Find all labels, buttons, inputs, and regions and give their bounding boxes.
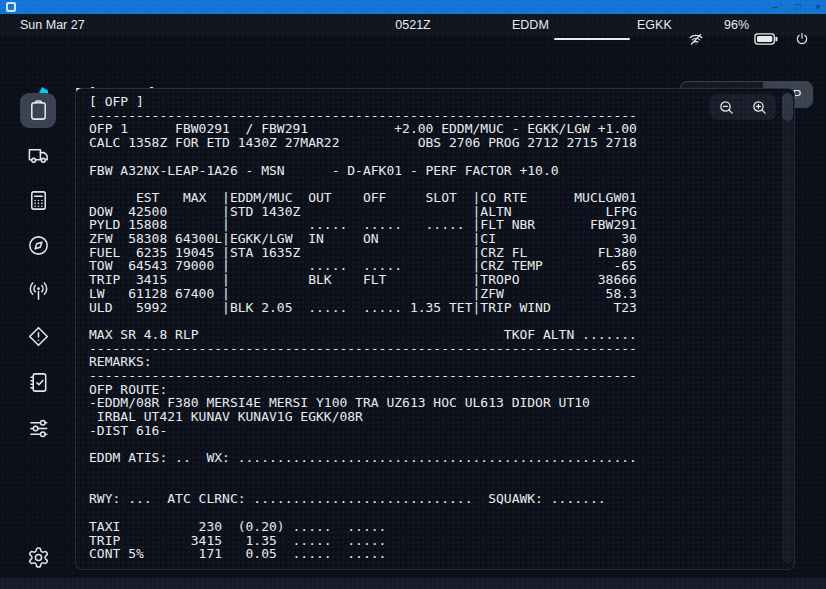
magnifier-minus-icon (718, 99, 735, 116)
alert-diamond-icon (27, 325, 50, 348)
ofp-document-panel: [ OFP ] --------------------------------… (75, 88, 795, 570)
status-bar: Sun Mar 27 0521Z EDDM EGKK 96% (0, 14, 826, 36)
app-header: Dispatch Overview OFP (0, 36, 826, 84)
status-utc-time: 0521Z (395, 14, 430, 36)
zoom-out-button[interactable] (716, 96, 738, 118)
scrollbar-thumb[interactable] (782, 93, 793, 121)
clipboard-icon (27, 99, 50, 122)
calculator-icon (27, 189, 50, 212)
antenna-icon (27, 280, 50, 303)
sidebar-item-failures[interactable] (20, 319, 56, 354)
window-minimize-button[interactable]: – (766, 0, 784, 14)
bottom-strip (0, 578, 826, 589)
window-maximize-button[interactable]: □ (789, 0, 807, 14)
gear-icon (27, 546, 50, 569)
battery-percent: 96% (724, 14, 749, 36)
flight-origin: EDDM (512, 14, 549, 36)
magnifier-plus-icon (751, 99, 768, 116)
ofp-text: [ OFP ] --------------------------------… (89, 95, 637, 561)
sliders-icon (27, 416, 50, 439)
window-close-button[interactable]: × (809, 0, 826, 14)
flight-destination: EGKK (637, 14, 672, 36)
status-date: Sun Mar 27 (20, 14, 85, 36)
os-titlebar: – □ × (0, 0, 826, 14)
sidebar-item-presets[interactable] (20, 410, 56, 445)
app-window-icon (6, 2, 16, 12)
sidebar-item-checklists[interactable] (20, 365, 56, 400)
sidebar-item-atc[interactable] (20, 274, 56, 309)
compass-icon (27, 234, 50, 257)
zoom-in-button[interactable] (749, 96, 771, 118)
sidebar-item-ground-services[interactable] (20, 138, 56, 173)
zoom-controls (710, 94, 776, 120)
sidebar-item-navigation[interactable] (20, 228, 56, 263)
sidebar-item-settings[interactable] (20, 540, 56, 575)
scrollbar-track[interactable] (782, 93, 793, 563)
sidebar-item-performance[interactable] (20, 183, 56, 218)
sidebar-nav (0, 84, 75, 589)
notebook-check-icon (27, 371, 50, 394)
truck-icon (27, 144, 50, 167)
sidebar-item-dispatch[interactable] (20, 93, 56, 128)
